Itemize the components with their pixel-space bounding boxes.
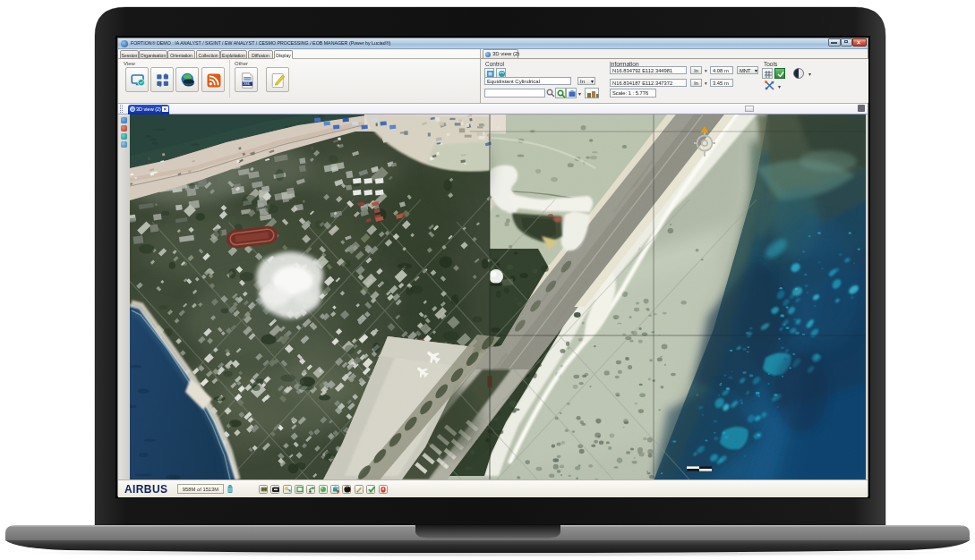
- svg-text:XML: XML: [243, 82, 250, 86]
